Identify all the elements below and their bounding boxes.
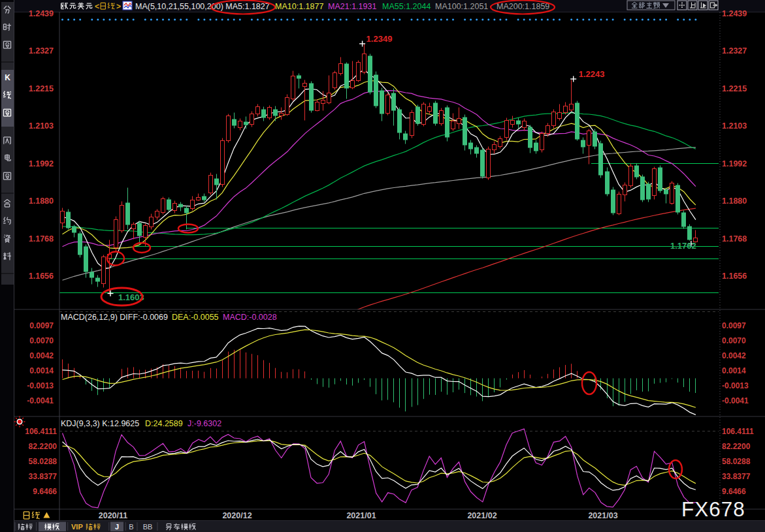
svg-text:>: > [116, 2, 121, 11]
svg-text:DEA:-0.0055: DEA:-0.0055 [172, 313, 219, 322]
svg-text:0.0042: 0.0042 [722, 351, 746, 360]
svg-text:33.8377: 33.8377 [29, 472, 57, 481]
svg-text:1.1762: 1.1762 [670, 241, 696, 251]
svg-text:KDJ(9,3,3) K:12.9625: KDJ(9,3,3) K:12.9625 [61, 419, 139, 428]
svg-text:1.2215: 1.2215 [722, 84, 747, 93]
svg-text:MA21:1.1931: MA21:1.1931 [328, 2, 376, 11]
svg-text:1.1992: 1.1992 [722, 159, 747, 168]
svg-text:BB: BB [143, 523, 153, 531]
svg-text:D:24.2589: D:24.2589 [145, 419, 183, 428]
svg-text:-0.0041: -0.0041 [27, 396, 54, 405]
svg-text:0.0097: 0.0097 [722, 321, 746, 330]
svg-text:1.2439: 1.2439 [29, 9, 54, 18]
svg-text:-0.0013: -0.0013 [27, 381, 54, 390]
svg-text:0.0042: 0.0042 [29, 351, 54, 360]
svg-text:1.1768: 1.1768 [722, 234, 747, 243]
svg-text:1.2327: 1.2327 [722, 46, 747, 55]
svg-text:<: < [95, 2, 99, 11]
svg-text:1.1880: 1.1880 [722, 196, 747, 206]
svg-text:2021/01: 2021/01 [346, 511, 376, 520]
svg-text:-0.0041: -0.0041 [722, 396, 749, 405]
svg-text:1.2103: 1.2103 [722, 121, 747, 131]
svg-text:VIP: VIP [71, 523, 83, 531]
svg-text:MA200:1.1859: MA200:1.1859 [496, 2, 549, 11]
svg-text:FX678: FX678 [681, 497, 745, 521]
svg-text:9.6466: 9.6466 [722, 487, 746, 496]
svg-text:2021/02: 2021/02 [467, 511, 496, 520]
svg-text:1.2349: 1.2349 [366, 34, 393, 44]
svg-text:-0.0013: -0.0013 [722, 381, 749, 390]
svg-text:82.2200: 82.2200 [29, 442, 57, 451]
svg-text:1.1656: 1.1656 [722, 272, 747, 281]
svg-text:1.1992: 1.1992 [29, 159, 54, 168]
svg-text:9.6466: 9.6466 [33, 487, 57, 496]
svg-text:1.2103: 1.2103 [29, 121, 54, 131]
svg-text:0.0070: 0.0070 [29, 336, 54, 345]
svg-text:1.2327: 1.2327 [29, 46, 54, 55]
svg-text:1.1880: 1.1880 [29, 196, 54, 206]
svg-text:58.0288: 58.0288 [29, 457, 57, 466]
svg-text:MA(5,10,21,55,100,200) MA5:1.1: MA(5,10,21,55,100,200) MA5:1.1827 [135, 2, 270, 11]
svg-text:0.0070: 0.0070 [722, 336, 746, 345]
svg-text:MACD:-0.0028: MACD:-0.0028 [223, 313, 277, 322]
svg-text:0.0097: 0.0097 [29, 321, 54, 330]
svg-text:2020/12: 2020/12 [222, 511, 252, 520]
svg-text:J:-9.6302: J:-9.6302 [187, 419, 221, 428]
svg-text:1.1656: 1.1656 [29, 272, 54, 281]
svg-text:K: K [5, 73, 10, 82]
svg-text:1.1768: 1.1768 [29, 234, 54, 243]
svg-text:MA100:1.2051: MA100:1.2051 [435, 2, 488, 11]
svg-text:82.2200: 82.2200 [722, 442, 751, 451]
svg-text:106.4111: 106.4111 [25, 427, 57, 436]
svg-text:1.2439: 1.2439 [722, 9, 747, 18]
svg-text:MA55:1.2044: MA55:1.2044 [382, 2, 431, 11]
svg-text:1.2243: 1.2243 [579, 69, 605, 79]
svg-text:J: J [115, 523, 119, 531]
svg-text:B: B [129, 523, 133, 531]
svg-text:1.2215: 1.2215 [29, 84, 54, 93]
svg-text:2021/03: 2021/03 [588, 511, 617, 520]
svg-text:58.0288: 58.0288 [722, 457, 751, 466]
svg-text:MA10:1.1877: MA10:1.1877 [275, 2, 323, 11]
svg-text:MACD(26,12,9) DIFF:-0.0069: MACD(26,12,9) DIFF:-0.0069 [61, 313, 168, 322]
svg-text:0.0014: 0.0014 [29, 366, 54, 375]
svg-text:33.8377: 33.8377 [722, 472, 751, 481]
svg-text:2020/11: 2020/11 [99, 511, 128, 520]
svg-text:106.4111: 106.4111 [722, 427, 754, 436]
svg-text:0.0014: 0.0014 [722, 366, 746, 375]
